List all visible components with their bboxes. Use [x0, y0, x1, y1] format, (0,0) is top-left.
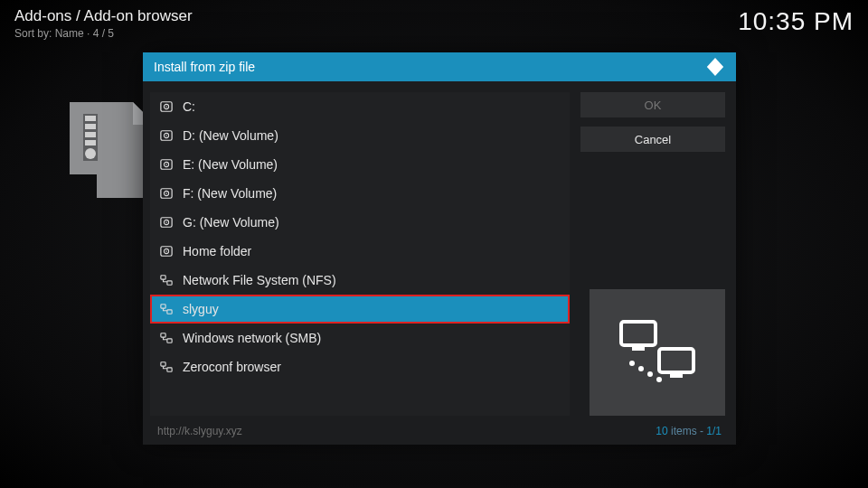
svg-rect-28	[161, 333, 165, 337]
file-row-label: Windows network (SMB)	[183, 331, 321, 345]
file-row-label: Home folder	[183, 244, 251, 258]
svg-rect-4	[85, 140, 96, 145]
file-row-label: C:	[183, 99, 195, 114]
sort-line: Sort by: Name · 4 / 5	[14, 27, 193, 40]
file-row[interactable]: C:	[150, 92, 570, 121]
file-row[interactable]: Windows network (SMB)	[150, 324, 570, 352]
disk-icon	[159, 99, 174, 114]
svg-rect-33	[632, 347, 645, 351]
network-computers-icon	[612, 305, 703, 399]
svg-rect-1	[85, 116, 96, 121]
file-row[interactable]: Home folder	[150, 237, 570, 266]
file-row-label: slyguy	[183, 302, 219, 316]
file-row-label: F: (New Volume)	[183, 186, 277, 201]
file-row[interactable]: Network File System (NFS)	[150, 266, 570, 295]
svg-rect-25	[167, 281, 172, 285]
dialog-header: Install from zip file	[143, 52, 736, 81]
file-row[interactable]: Zeroconf browser	[150, 352, 570, 381]
file-row[interactable]: slyguy	[150, 295, 570, 324]
svg-rect-27	[167, 310, 172, 314]
svg-rect-2	[85, 124, 96, 129]
disk-icon	[159, 186, 174, 201]
svg-point-39	[656, 377, 662, 382]
svg-point-8	[165, 106, 167, 108]
svg-rect-31	[167, 368, 172, 371]
file-row[interactable]: E: (New Volume)	[150, 150, 570, 179]
svg-point-14	[165, 164, 167, 165]
svg-point-5	[85, 148, 96, 159]
svg-rect-30	[161, 362, 165, 366]
cancel-button[interactable]: Cancel	[580, 127, 725, 152]
svg-rect-24	[161, 276, 165, 279]
breadcrumb: Add-ons / Add-on browser	[14, 7, 193, 25]
svg-point-17	[165, 192, 167, 194]
file-row-label: Zeroconf browser	[183, 360, 281, 374]
svg-rect-35	[670, 374, 683, 378]
svg-rect-26	[161, 305, 165, 308]
network-icon	[159, 302, 174, 316]
disk-icon	[159, 128, 174, 143]
svg-point-36	[629, 361, 635, 366]
ok-button[interactable]: OK	[580, 92, 725, 117]
file-row-label: E: (New Volume)	[183, 157, 278, 172]
disk-icon	[159, 215, 174, 230]
file-row-label: D: (New Volume)	[183, 128, 278, 143]
network-icon	[159, 360, 174, 374]
kodi-logo-icon	[705, 57, 725, 77]
svg-rect-29	[167, 339, 172, 343]
footer-count: 10 items - 1/1	[656, 425, 722, 437]
svg-rect-3	[85, 132, 96, 137]
network-icon	[159, 331, 174, 345]
preview-tile	[590, 289, 725, 416]
svg-point-20	[165, 221, 167, 223]
svg-rect-34	[659, 349, 693, 372]
file-row[interactable]: F: (New Volume)	[150, 179, 570, 208]
install-from-zip-dialog: Install from zip file C:D: (New Volume)E…	[143, 52, 736, 445]
clock: 10:35 PM	[738, 7, 854, 40]
svg-point-11	[165, 135, 167, 136]
file-row-label: Network File System (NFS)	[183, 273, 336, 287]
footer-path: http://k.slyguy.xyz	[157, 425, 242, 437]
file-row[interactable]: D: (New Volume)	[150, 121, 570, 150]
svg-point-38	[647, 371, 653, 377]
disk-icon	[159, 244, 174, 258]
svg-rect-32	[621, 322, 656, 345]
disk-icon	[159, 157, 174, 172]
file-row[interactable]: G: (New Volume)	[150, 208, 570, 237]
svg-point-37	[638, 366, 644, 371]
dialog-title: Install from zip file	[154, 60, 255, 74]
file-row-label: G: (New Volume)	[183, 215, 279, 230]
svg-point-23	[165, 250, 167, 252]
network-icon	[159, 273, 174, 287]
file-list: C:D: (New Volume)E: (New Volume)F: (New …	[150, 92, 570, 416]
